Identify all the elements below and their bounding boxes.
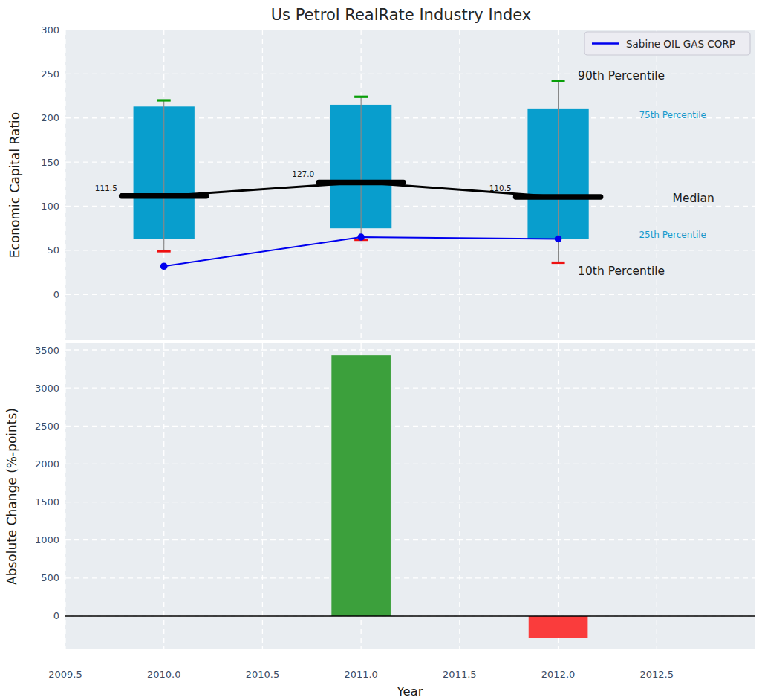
chart-title: Us Petrol RealRate Industry Index — [271, 6, 532, 24]
top-y-tick-label: 50 — [47, 244, 59, 256]
median-value-label: 127.0 — [292, 169, 314, 178]
bottom-plot-area — [65, 343, 755, 649]
bottom-y-axis-label: Absolute Change (%-points) — [4, 408, 19, 585]
legend: Sabine OIL GAS CORP — [584, 32, 750, 55]
percentile-annotation: 10th Percentile — [578, 265, 665, 278]
company-marker — [555, 236, 562, 243]
company-marker — [357, 233, 365, 241]
bottom-y-tick-label: 3500 — [35, 345, 59, 356]
figure: 0501001502002503000500100015002000250030… — [0, 0, 762, 700]
percentile-annotation: 90th Percentile — [578, 69, 665, 82]
top-y-tick-label: 200 — [41, 112, 59, 123]
change-bar-positive — [331, 355, 391, 616]
x-tick-label: 2011.5 — [443, 669, 477, 680]
top-y-axis-label: Economic Capital Ratio — [7, 112, 22, 258]
bottom-y-tick-label: 500 — [41, 572, 59, 583]
change-bar-negative — [529, 616, 588, 638]
company-marker — [160, 262, 168, 270]
x-tick-label: 2012.5 — [640, 669, 674, 680]
bottom-y-tick-label: 0 — [53, 610, 59, 621]
x-tick-label: 2009.5 — [48, 669, 82, 680]
percentile-annotation: 75th Percentile — [639, 110, 706, 120]
percentile-annotation: Median — [673, 192, 714, 205]
x-axis-label: Year — [397, 684, 423, 699]
industry-index-chart: 0501001502002503000500100015002000250030… — [0, 0, 762, 700]
median-value-label: 110.5 — [489, 184, 512, 192]
bottom-y-tick-label: 2500 — [35, 421, 59, 432]
x-tick-label: 2010.5 — [246, 669, 280, 680]
median-value-label: 111.5 — [95, 184, 117, 192]
legend-label: Sabine OIL GAS CORP — [626, 38, 735, 50]
bottom-y-tick-label: 1500 — [35, 496, 59, 508]
bottom-y-tick-label: 2000 — [35, 458, 59, 470]
top-y-tick-label: 250 — [41, 68, 59, 80]
bottom-y-tick-label: 1000 — [35, 534, 59, 545]
top-y-tick-label: 0 — [53, 289, 59, 300]
x-tick-label: 2012.0 — [541, 669, 576, 680]
x-tick-label: 2011.0 — [344, 669, 378, 680]
bottom-y-tick-label: 3000 — [35, 383, 59, 394]
top-y-tick-label: 150 — [41, 157, 59, 168]
top-y-tick-label: 100 — [41, 201, 59, 212]
percentile-annotation: 25th Percentile — [639, 230, 706, 240]
x-tick-label: 2010.0 — [147, 669, 181, 680]
top-y-tick-label: 300 — [41, 25, 59, 36]
